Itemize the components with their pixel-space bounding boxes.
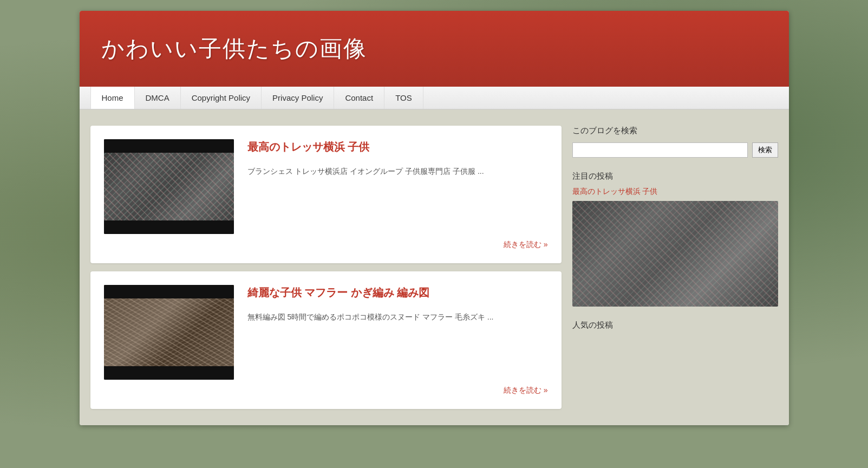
thumbnail-bottom-bar-2 bbox=[104, 366, 234, 380]
site-title: かわいい子供たちの画像 bbox=[101, 34, 367, 64]
search-input[interactable] bbox=[572, 142, 748, 158]
post-card-1: 最高のトレッサ横浜 子供 ブランシェス トレッサ横浜店 イオングループ 子供服専… bbox=[90, 126, 562, 263]
site-header: かわいい子供たちの画像 bbox=[80, 11, 789, 87]
popular-section: 人気の投稿 bbox=[572, 320, 778, 330]
post-title-2[interactable]: 綺麗な子供 マフラー かぎ編み 編み図 bbox=[247, 285, 548, 300]
main-layout: 最高のトレッサ横浜 子供 ブランシェス トレッサ横浜店 イオングループ 子供服専… bbox=[80, 109, 789, 425]
search-section: このブログを検索 検索 bbox=[572, 126, 778, 158]
read-more-link-1[interactable]: 続きを読む » bbox=[504, 240, 548, 249]
read-more-2: 続きを読む » bbox=[104, 380, 548, 395]
post-image-1 bbox=[104, 139, 234, 234]
search-button[interactable]: 検索 bbox=[752, 142, 778, 158]
post-image-2 bbox=[104, 285, 234, 380]
featured-section: 注目の投稿 最高のトレッサ横浜 子供 bbox=[572, 171, 778, 307]
site-nav: Home DMCA Copyright Policy Privacy Polic… bbox=[80, 87, 789, 109]
post-excerpt-2: 無料編み図 5時間で編めるポコポコ模様のスヌード マフラー 毛糸ズキ ... bbox=[247, 311, 548, 324]
post-excerpt-1: ブランシェス トレッサ横浜店 イオングループ 子供服専門店 子供服 ... bbox=[247, 165, 548, 178]
post-card-2: 綺麗な子供 マフラー かぎ編み 編み図 無料編み図 5時間で編めるポコポコ模様の… bbox=[90, 271, 562, 409]
featured-post-title[interactable]: 最高のトレッサ横浜 子供 bbox=[572, 187, 778, 197]
post-thumbnail-1[interactable] bbox=[104, 139, 234, 234]
post-content-2: 綺麗な子供 マフラー かぎ編み 編み図 無料編み図 5時間で編めるポコポコ模様の… bbox=[247, 285, 548, 332]
nav-item-copyright[interactable]: Copyright Policy bbox=[181, 87, 262, 109]
popular-heading: 人気の投稿 bbox=[572, 320, 778, 330]
post-thumbnail-2[interactable] bbox=[104, 285, 234, 380]
sidebar: このブログを検索 検索 注目の投稿 最高のトレッサ横浜 子供 人気の投稿 bbox=[572, 126, 778, 409]
search-box: 検索 bbox=[572, 142, 778, 158]
content-area: 最高のトレッサ横浜 子供 ブランシェス トレッサ横浜店 イオングループ 子供服専… bbox=[90, 126, 562, 409]
post-title-1[interactable]: 最高のトレッサ横浜 子供 bbox=[247, 139, 548, 154]
thumbnail-bottom-bar-1 bbox=[104, 220, 234, 234]
featured-post-image[interactable] bbox=[572, 201, 778, 307]
featured-heading: 注目の投稿 bbox=[572, 171, 778, 181]
nav-item-tos[interactable]: TOS bbox=[384, 87, 423, 109]
nav-item-privacy[interactable]: Privacy Policy bbox=[262, 87, 334, 109]
search-label: このブログを検索 bbox=[572, 126, 778, 136]
post-content-1: 最高のトレッサ横浜 子供 ブランシェス トレッサ横浜店 イオングループ 子供服専… bbox=[247, 139, 548, 186]
nav-item-home[interactable]: Home bbox=[90, 87, 135, 109]
read-more-1: 続きを読む » bbox=[104, 234, 548, 250]
nav-item-contact[interactable]: Contact bbox=[334, 87, 384, 109]
read-more-link-2[interactable]: 続きを読む » bbox=[504, 386, 548, 394]
nav-item-dmca[interactable]: DMCA bbox=[135, 87, 181, 109]
